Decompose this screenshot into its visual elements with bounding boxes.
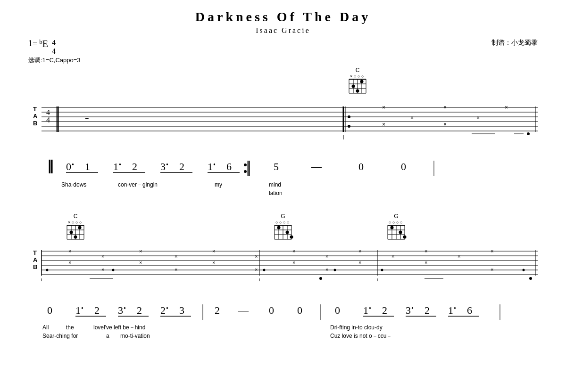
key-info: 1= bE 4 4 选调:1=C,Cappo=3 制谱：小龙蜀黍: [28, 39, 538, 65]
svg-point-13: [360, 80, 364, 83]
svg-text:○: ○: [400, 220, 402, 225]
svg-text:my: my: [215, 181, 222, 188]
svg-text:○: ○: [283, 220, 285, 225]
key-notation: 1= bE 4 4: [28, 39, 81, 55]
svg-text:×: ×: [139, 260, 142, 265]
svg-text:•: •: [166, 305, 168, 312]
svg-point-175: [319, 277, 322, 280]
svg-text:2: 2: [94, 304, 100, 316]
svg-point-170: [523, 269, 525, 271]
svg-text:3: 3: [406, 304, 411, 316]
svg-text:×: ×: [325, 253, 328, 259]
svg-text:mind: mind: [269, 181, 281, 188]
svg-text:2: 2: [179, 161, 184, 172]
svg-text:con-ver－gingin: con-ver－gingin: [118, 181, 158, 188]
svg-text:×: ×: [68, 220, 70, 225]
svg-text:×: ×: [382, 121, 385, 128]
svg-text:All: All: [42, 324, 49, 331]
svg-text:−: −: [85, 114, 89, 122]
cappo-info: 选调:1=C,Cappo=3: [28, 56, 81, 65]
svg-text:×: ×: [255, 253, 258, 259]
lyrics-the: the: [66, 324, 74, 331]
svg-point-167: [263, 269, 266, 271]
svg-text:5: 5: [274, 161, 279, 172]
svg-text:×: ×: [443, 121, 447, 128]
svg-text:Dri-fting in-to clou-dy: Dri-fting in-to clou-dy: [330, 324, 383, 331]
svg-text:×: ×: [175, 267, 177, 272]
svg-text:○: ○: [275, 220, 278, 225]
chord-g-2: G ○ ○ ○ ○: [388, 213, 407, 239]
svg-text:×: ×: [443, 104, 447, 111]
svg-text:—: —: [238, 304, 249, 316]
svg-text:0: 0: [47, 304, 52, 316]
svg-text:C: C: [74, 213, 78, 220]
svg-text:•: •: [119, 161, 121, 168]
svg-text:×: ×: [358, 260, 361, 265]
key-flat-note: bE: [39, 39, 48, 49]
svg-point-44: [527, 132, 530, 135]
svg-text:×: ×: [358, 248, 361, 254]
svg-text:•: •: [81, 305, 83, 312]
svg-text:×: ×: [68, 248, 71, 254]
svg-text:0: 0: [269, 304, 274, 316]
song-title: Darkness Of The Day: [28, 9, 538, 24]
svg-point-166: [112, 269, 115, 271]
svg-text:○: ○: [389, 220, 391, 225]
svg-text:•: •: [213, 161, 216, 168]
svg-point-177: [529, 277, 532, 280]
svg-text:Cuz love is not  o－ccu－: Cuz love is not o－ccu－: [330, 333, 392, 339]
svg-text:×: ×: [68, 260, 71, 265]
notation-2: 0 1 • 2 3 • 2 2 • 3 2 — 0 0 0 1 •: [42, 304, 500, 339]
svg-text:3: 3: [118, 304, 123, 316]
svg-text:3: 3: [160, 161, 166, 172]
svg-text:×: ×: [139, 248, 142, 254]
svg-point-168: [334, 269, 336, 271]
lyrics-1-1: Sha-dows: [61, 181, 86, 188]
svg-text:○: ○: [279, 220, 282, 225]
svg-point-107: [277, 226, 281, 229]
svg-point-169: [381, 269, 383, 271]
svg-text:‖: ‖: [47, 158, 54, 173]
time-top: 4: [52, 39, 56, 47]
svg-text:T: T: [33, 106, 37, 113]
svg-point-66: [244, 170, 247, 173]
key-left: 1= bE 4 4 选调:1=C,Cappo=3: [28, 39, 81, 65]
chord-c-top: C × ○ ○ ○: [349, 67, 366, 93]
chord-c-2: C × ○ ○ ○: [67, 213, 84, 239]
svg-text:×: ×: [424, 260, 427, 265]
svg-text:G: G: [281, 213, 285, 220]
svg-point-65: [244, 163, 247, 166]
artist-name: Isaac Gracie: [28, 26, 538, 35]
svg-text:×: ×: [382, 104, 385, 111]
svg-text:3: 3: [179, 304, 184, 316]
svg-text:6: 6: [467, 304, 472, 316]
svg-text:×: ×: [476, 114, 480, 121]
svg-text:B: B: [33, 263, 37, 270]
svg-text:○: ○: [396, 220, 399, 225]
svg-point-90: [78, 226, 82, 229]
svg-point-165: [46, 269, 49, 271]
svg-text:a: a: [106, 333, 109, 339]
svg-text:×: ×: [505, 104, 508, 111]
svg-text:×: ×: [292, 260, 295, 265]
svg-text:×: ×: [491, 267, 493, 272]
title-section: Darkness Of The Day Isaac Gracie: [28, 9, 538, 35]
svg-text:•: •: [369, 305, 371, 312]
svg-text:○: ○: [392, 220, 395, 225]
svg-point-109: [290, 236, 293, 239]
svg-text:×: ×: [292, 248, 295, 254]
svg-point-92: [74, 236, 77, 239]
svg-point-14: [352, 85, 355, 88]
svg-text:2: 2: [132, 161, 137, 172]
svg-text:T: T: [33, 249, 37, 256]
time-bottom: 4: [52, 47, 56, 56]
svg-text:•: •: [411, 305, 414, 312]
svg-text:A: A: [33, 113, 38, 120]
svg-text:×: ×: [458, 253, 460, 259]
svg-point-91: [70, 231, 73, 234]
arranger: 制谱：小龙蜀黍: [491, 39, 538, 47]
svg-text:○: ○: [354, 74, 356, 79]
svg-text:×: ×: [212, 260, 215, 265]
svg-point-124: [391, 226, 394, 229]
svg-text:•: •: [166, 161, 168, 168]
